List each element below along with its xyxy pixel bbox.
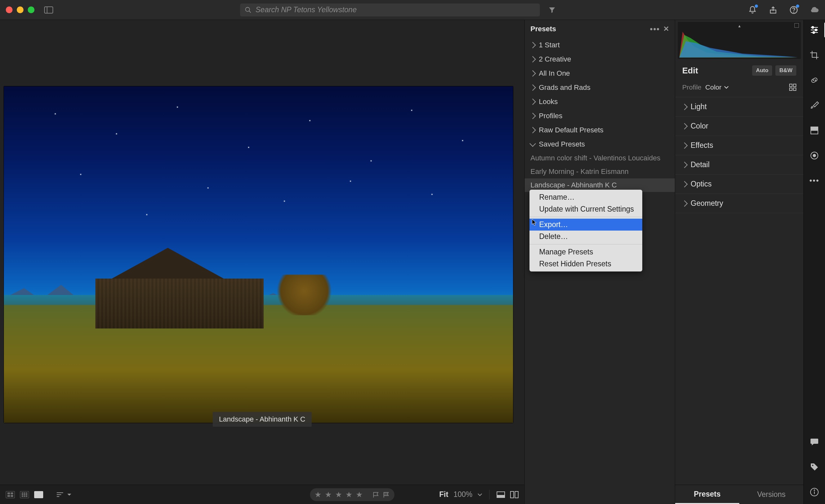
chevron-right-icon	[681, 123, 688, 130]
svg-point-4	[794, 12, 794, 12]
preset-group-label: Profiles	[539, 112, 562, 120]
chevron-right-icon	[529, 84, 536, 91]
brush-tool[interactable]	[809, 100, 820, 111]
ctx-reset[interactable]: Reset Hidden Presets	[529, 258, 642, 270]
svg-point-44	[812, 465, 813, 466]
preset-group[interactable]: Raw Default Presets	[525, 123, 675, 137]
preset-group[interactable]: Profiles	[525, 109, 675, 123]
profile-dropdown[interactable]: Color	[705, 83, 729, 91]
filter-button[interactable]	[546, 4, 558, 16]
share-button[interactable]	[768, 5, 778, 15]
ctx-manage[interactable]: Manage Presets	[529, 246, 642, 258]
chevron-right-icon	[681, 162, 688, 168]
chevron-right-icon	[529, 98, 536, 105]
edit-section-color[interactable]: Color	[675, 116, 804, 136]
star-icon[interactable]: ★	[346, 490, 353, 499]
chevron-right-icon	[681, 181, 688, 187]
preset-group-label: Saved Presets	[539, 140, 585, 149]
section-label: Detail	[691, 160, 709, 169]
edit-title: Edit	[682, 66, 698, 76]
ctx-separator	[529, 244, 642, 244]
preset-item[interactable]: Early Morning - Katrin Eismann	[525, 165, 675, 178]
star-icon[interactable]: ★	[356, 490, 363, 499]
edit-section-optics[interactable]: Optics	[675, 175, 804, 194]
preset-item[interactable]: Autumn color shift - Valentinos Loucaide…	[525, 151, 675, 165]
cursor-icon	[532, 219, 537, 226]
chevron-down-icon[interactable]	[477, 493, 482, 496]
minimize-window[interactable]	[17, 6, 23, 13]
ctx-update[interactable]: Update with Current Settings	[529, 203, 642, 215]
grid-3x3-view-button[interactable]	[20, 491, 29, 498]
window-controls	[6, 6, 34, 13]
zoom-window[interactable]	[28, 6, 34, 13]
star-icon[interactable]: ★	[314, 490, 322, 499]
close-window[interactable]	[6, 6, 13, 13]
preset-group[interactable]: 1 Start	[525, 38, 675, 52]
preset-group[interactable]: Grads and Rads	[525, 81, 675, 95]
preset-group[interactable]: Looks	[525, 95, 675, 109]
preset-group-saved[interactable]: Saved Presets	[525, 137, 675, 151]
preset-group-label: All In One	[539, 69, 570, 78]
chevron-down-icon	[724, 86, 729, 89]
help-button[interactable]	[789, 5, 799, 15]
sort-button[interactable]	[56, 492, 72, 498]
sliders-icon	[810, 25, 819, 35]
edit-section-geometry[interactable]: Geometry	[675, 194, 804, 213]
tag-icon	[810, 463, 819, 472]
grid-icon	[789, 84, 796, 91]
healing-tool[interactable]	[809, 75, 820, 86]
grid-view-button[interactable]	[6, 491, 15, 498]
edit-section-effects[interactable]: Effects	[675, 136, 804, 155]
ctx-export[interactable]: Export…	[529, 219, 642, 231]
rating-control[interactable]: ★ ★ ★ ★ ★	[310, 488, 394, 501]
cloud-sync-button[interactable]	[810, 5, 819, 15]
section-label: Light	[691, 102, 707, 111]
svg-rect-16	[24, 496, 25, 497]
flag-reject-icon[interactable]	[383, 492, 390, 498]
bw-button[interactable]: B&W	[775, 65, 796, 76]
flag-pick-icon[interactable]	[373, 492, 380, 498]
ctx-delete[interactable]: Delete…	[529, 231, 642, 243]
linear-gradient-tool[interactable]	[809, 125, 820, 136]
svg-point-34	[815, 29, 817, 31]
zoom-value[interactable]: 100%	[453, 490, 472, 499]
context-menu: Rename… Update with Current Settings Exp…	[529, 190, 642, 271]
svg-rect-6	[11, 492, 13, 494]
edit-section-light[interactable]: Light	[675, 97, 804, 116]
filmstrip-toggle-icon[interactable]	[497, 491, 505, 498]
sidebar-toggle-icon[interactable]	[44, 6, 53, 13]
fit-label[interactable]: Fit	[439, 490, 448, 499]
star-icon[interactable]: ★	[325, 490, 332, 499]
histogram[interactable]: ▴	[678, 22, 801, 59]
tab-versions[interactable]: Versions	[739, 485, 804, 504]
notifications-button[interactable]	[748, 5, 757, 15]
preset-group[interactable]: 2 Creative	[525, 52, 675, 66]
profile-label: Profile	[682, 83, 701, 91]
single-view-button[interactable]	[34, 491, 43, 498]
keywords-button[interactable]	[809, 461, 820, 473]
presets-close-button[interactable]: ✕	[663, 25, 669, 33]
presets-more-button[interactable]: •••	[650, 24, 660, 33]
photo-preview[interactable]	[4, 86, 513, 423]
more-tools[interactable]: •••	[809, 175, 820, 186]
radial-gradient-tool[interactable]	[809, 150, 820, 161]
crop-tool[interactable]	[809, 50, 820, 61]
edit-tool[interactable]	[809, 24, 820, 35]
svg-point-47	[814, 490, 815, 491]
edit-section-detail[interactable]: Detail	[675, 155, 804, 175]
panel-toggle-icon[interactable]	[510, 491, 519, 498]
svg-point-0	[245, 7, 250, 11]
auto-button[interactable]: Auto	[752, 65, 772, 76]
search-field[interactable]: Search NP Tetons Yellowstone	[240, 4, 540, 16]
linear-gradient-icon	[810, 126, 819, 135]
comments-button[interactable]	[809, 436, 820, 447]
info-button[interactable]	[809, 487, 820, 498]
profile-browser-button[interactable]	[789, 84, 796, 91]
preset-group[interactable]: All In One	[525, 66, 675, 81]
tab-presets[interactable]: Presets	[675, 485, 739, 504]
star-icon[interactable]: ★	[335, 490, 342, 499]
dots-icon: •••	[809, 176, 819, 185]
zoom-controls: Fit 100%	[439, 490, 519, 500]
brush-icon	[810, 100, 819, 110]
ctx-rename[interactable]: Rename…	[529, 191, 642, 203]
